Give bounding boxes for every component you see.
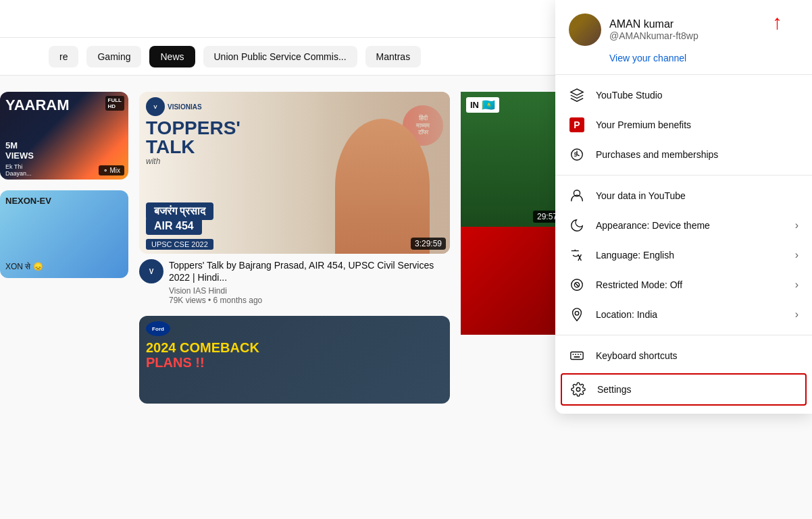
svg-text:$: $: [574, 152, 577, 158]
video-title-text: YAARAM: [5, 97, 70, 113]
views-badge: 5MVIEWS: [5, 141, 34, 161]
language-label: Language: English: [596, 250, 784, 261]
fullhd-badge: FULLHD: [105, 96, 124, 111]
location-label: Location: India: [596, 309, 784, 320]
duration-badge: 3:29:59: [411, 238, 446, 250]
category-pill-mantras[interactable]: Mantras: [365, 46, 422, 67]
appearance-chevron: ›: [795, 219, 798, 231]
thumbnail-nexon[interactable]: NEXON-EV XON से 😞: [0, 190, 128, 278]
left-column: FULLHD YAARAM 5MVIEWS Ek ThiDaayan... ⚬ …: [0, 92, 128, 503]
ford-title: 2024 COMEBACK: [146, 340, 259, 356]
menu-section-1: YouTube Studio P Your Premium benefits $: [555, 75, 812, 175]
video-card-1: FULLHD YAARAM 5MVIEWS Ek ThiDaayan... ⚬ …: [0, 92, 128, 180]
language-chevron: ›: [795, 249, 798, 261]
restricted-label: Restricted Mode: Off: [596, 279, 784, 290]
svg-rect-8: [571, 352, 583, 360]
appearance-icon: [569, 217, 585, 234]
channel-name-2[interactable]: Vision IAS Hindi: [169, 286, 450, 296]
air-number: AIR 454: [146, 217, 202, 235]
right-column: IN 🇰🇿 29:57: [461, 92, 565, 503]
thumbnail-2[interactable]: V VISIONIAS TOPPERS' TALK with हिंदीमाध्…: [139, 92, 450, 254]
video-card-nexon: NEXON-EV XON से 😞: [0, 190, 128, 278]
ford-logo: Ford: [146, 321, 170, 336]
person-area: [315, 92, 450, 254]
menu-item-keyboard[interactable]: Keyboard shortcuts: [555, 341, 812, 371]
video-title-2[interactable]: Toppers' Talk by Bajrang Prasad, AIR 454…: [169, 259, 450, 283]
location-chevron: ›: [795, 308, 798, 321]
menu-section-2: Your data in YouTube Appearance: Device …: [555, 175, 812, 335]
toppers-talk-text: TOPPERS' TALK with: [146, 119, 240, 166]
user-handle: @AMANkumar-ft8wp: [609, 30, 699, 41]
restricted-icon: [569, 277, 585, 293]
user-name: AMAN kumar: [609, 18, 699, 30]
menu-item-settings[interactable]: Settings: [561, 373, 807, 406]
nexon-sub: XON से 😞: [5, 262, 43, 271]
video-stats-2: 79K views • 6 months ago: [169, 296, 450, 305]
view-channel-link[interactable]: View your channel: [569, 53, 798, 63]
purchases-icon: $: [569, 146, 585, 163]
data-icon: [569, 188, 585, 204]
language-icon: [569, 247, 585, 263]
settings-label: Settings: [597, 384, 797, 395]
video-card-2: V VISIONIAS TOPPERS' TALK with हिंदीमाध्…: [139, 92, 450, 305]
menu-section-3: Keyboard shortcuts Settings: [555, 335, 812, 414]
menu-item-premium[interactable]: P Your Premium benefits: [555, 110, 812, 140]
category-pill-news[interactable]: News: [149, 46, 195, 67]
nexon-label: NEXON-EV: [5, 196, 51, 206]
user-avatar: [569, 13, 601, 46]
menu-item-language[interactable]: Language: English ›: [555, 240, 812, 270]
appearance-label: Appearance: Device theme: [596, 220, 784, 231]
channel-icon-2: V: [139, 259, 163, 283]
user-dropdown-menu: AMAN kumar @AMANkumar-ft8wp View your ch…: [555, 0, 812, 414]
video-meta-2: V Toppers' Talk by Bajrang Prasad, AIR 4…: [139, 259, 450, 305]
menu-item-youtube-studio[interactable]: YouTube Studio: [555, 80, 812, 110]
right-thumb-bottom[interactable]: [461, 227, 565, 335]
category-pill-re[interactable]: re: [49, 46, 78, 67]
data-label: Your data in YouTube: [596, 190, 798, 201]
menu-item-purchases[interactable]: $ Purchases and memberships: [555, 140, 812, 169]
right-thumb-top[interactable]: IN 🇰🇿 29:57: [461, 92, 565, 227]
category-pill-upsc[interactable]: Union Public Service Commis...: [203, 46, 357, 67]
purchases-label: Purchases and memberships: [596, 149, 798, 160]
restricted-chevron: ›: [795, 279, 798, 291]
thumbnail-ford[interactable]: Ford 2024 COMEBACK PLANS !!: [139, 316, 450, 404]
in-badge: IN 🇰🇿: [466, 97, 499, 113]
premium-label: Your Premium benefits: [596, 119, 798, 130]
upsc-badge: UPSC CSE 2022: [146, 239, 213, 250]
user-info-row: AMAN kumar @AMANkumar-ft8wp: [569, 13, 798, 46]
category-pill-gaming[interactable]: Gaming: [86, 46, 141, 67]
keyboard-icon: [569, 348, 585, 364]
video-card-ford: Ford 2024 COMEBACK PLANS !!: [139, 316, 450, 404]
user-section: AMAN kumar @AMANkumar-ft8wp View your ch…: [555, 0, 812, 75]
mix-badge: ⚬ Mix: [99, 165, 124, 175]
menu-item-data[interactable]: Your data in YouTube: [555, 181, 812, 211]
vision-ias-logo: V VISIONIAS: [146, 97, 202, 116]
premium-icon: P: [569, 117, 585, 133]
ford-subtitle: PLANS !!: [146, 355, 205, 371]
subtitle-text: Ek ThiDaayan...: [5, 163, 32, 177]
menu-item-location[interactable]: Location: India ›: [555, 300, 812, 329]
user-details: AMAN kumar @AMANkumar-ft8wp: [609, 18, 699, 41]
video-info-2: Toppers' Talk by Bajrang Prasad, AIR 454…: [169, 259, 450, 305]
studio-icon: [569, 87, 585, 103]
menu-item-restricted[interactable]: Restricted Mode: Off ›: [555, 270, 812, 300]
settings-icon: [570, 381, 586, 398]
center-column: V VISIONIAS TOPPERS' TALK with हिंदीमाध्…: [139, 92, 450, 503]
location-icon: [569, 306, 585, 323]
menu-item-appearance[interactable]: Appearance: Device theme ›: [555, 211, 812, 240]
keyboard-label: Keyboard shortcuts: [596, 350, 798, 361]
thumbnail-1[interactable]: FULLHD YAARAM 5MVIEWS Ek ThiDaayan... ⚬ …: [0, 92, 128, 180]
studio-label: YouTube Studio: [596, 90, 798, 101]
